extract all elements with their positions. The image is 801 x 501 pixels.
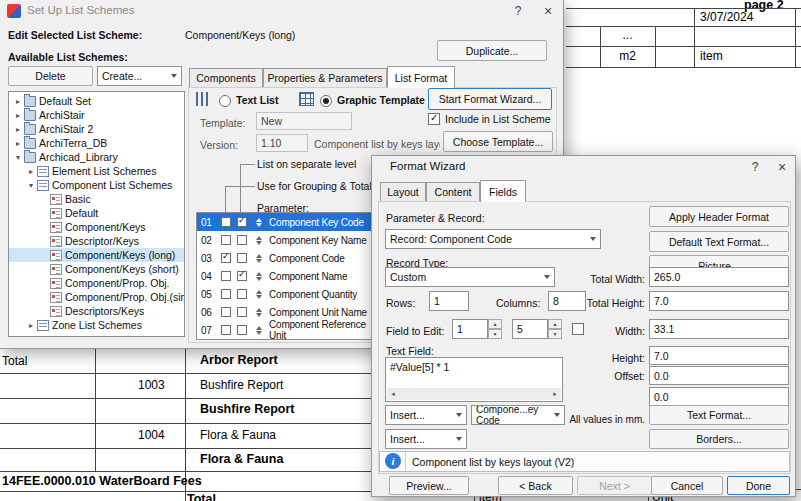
include-in-list-scheme-checkbox[interactable]: [428, 113, 440, 125]
text-format-button[interactable]: Text Format...: [649, 405, 789, 425]
sort-handle-icon[interactable]: [254, 308, 263, 317]
tree-item[interactable]: Basic: [9, 192, 184, 206]
tab-properties-parameters[interactable]: Properties & Parameters: [263, 68, 387, 87]
tree-item[interactable]: ▾Component List Schemes: [9, 178, 184, 192]
start-format-wizard-button[interactable]: Start Format Wizard...: [428, 88, 552, 110]
tab-components[interactable]: Components: [189, 68, 263, 87]
tree-item[interactable]: ▸Zone List Schemes: [9, 318, 184, 332]
expand-icon[interactable]: ▸: [13, 111, 23, 120]
preview-button[interactable]: Preview...: [389, 476, 469, 495]
sort-handle-icon[interactable]: [254, 272, 263, 281]
tree-item[interactable]: ▸Element List Schemes: [9, 164, 184, 178]
parameter-row[interactable]: 07Component Reference Unit: [197, 321, 371, 339]
field-row-spinner[interactable]: ▲▼: [488, 319, 502, 339]
sort-handle-icon[interactable]: [254, 218, 263, 227]
collapse-icon[interactable]: ▾: [13, 153, 23, 162]
grouping-checkbox[interactable]: [221, 307, 231, 317]
total-height-field[interactable]: 7.0: [649, 291, 789, 311]
apply-header-format-button[interactable]: Apply Header Format: [649, 206, 789, 227]
width-checkbox[interactable]: [572, 323, 584, 335]
tree-item[interactable]: Descriptors/Keys: [9, 304, 184, 318]
separate-level-checkbox[interactable]: [237, 289, 247, 299]
text-field-editor[interactable]: #Value[5] * 1 ◂ ▸: [385, 357, 563, 402]
title-bar[interactable]: Set Up List Schemes ? ×: [0, 0, 563, 22]
choose-template-button[interactable]: Choose Template...: [443, 131, 553, 152]
sort-handle-icon[interactable]: [254, 254, 263, 263]
wizard-tab-layout[interactable]: Layout: [380, 182, 426, 201]
horizontal-scrollbar[interactable]: ◂ ▸: [387, 388, 561, 400]
tree-item[interactable]: Default: [9, 206, 184, 220]
grouping-checkbox[interactable]: [221, 217, 231, 227]
tree-item[interactable]: Component/Keys (long): [9, 248, 184, 262]
separate-level-checkbox[interactable]: [237, 217, 247, 227]
tree-item[interactable]: ▸ArchiStair 2: [9, 122, 184, 136]
wizard-tab-fields[interactable]: Fields: [480, 180, 526, 202]
scroll-right-icon[interactable]: ▸: [549, 388, 561, 400]
graphic-template-radio[interactable]: [320, 95, 332, 107]
spin-down-icon[interactable]: ▼: [548, 329, 562, 339]
insert-dropdown[interactable]: Insert...: [385, 405, 467, 425]
rows-field[interactable]: 1: [429, 291, 469, 311]
offset-x-field[interactable]: 0.0: [649, 366, 789, 385]
grouping-checkbox[interactable]: [221, 289, 231, 299]
cancel-button[interactable]: Cancel: [651, 476, 723, 495]
field-row-input[interactable]: 1: [452, 319, 488, 339]
expand-icon[interactable]: ▸: [13, 139, 23, 148]
separate-level-checkbox[interactable]: [237, 271, 247, 281]
grouping-checkbox[interactable]: [221, 271, 231, 281]
separate-level-checkbox[interactable]: [237, 307, 247, 317]
tab-list-format[interactable]: List Format: [387, 66, 455, 88]
tree-item[interactable]: ▾Archicad_Library: [9, 150, 184, 164]
collapse-icon[interactable]: ▾: [26, 181, 36, 190]
expand-icon[interactable]: ▸: [26, 167, 36, 176]
parameter-row[interactable]: 05Component Quantity: [197, 285, 371, 303]
field-column-input[interactable]: 5: [512, 319, 548, 339]
default-text-format-button[interactable]: Default Text Format...: [649, 231, 789, 252]
separate-level-checkbox[interactable]: [237, 253, 247, 263]
wizard-tab-content[interactable]: Content: [426, 182, 480, 201]
wizard-title-bar[interactable]: Format Wizard ? ×: [372, 156, 795, 178]
tree-item[interactable]: Descriptor/Keys: [9, 234, 184, 248]
duplicate-button[interactable]: Duplicate...: [437, 40, 547, 61]
sort-handle-icon[interactable]: [254, 236, 263, 245]
parameter-row[interactable]: 02Component Key Name: [197, 231, 371, 249]
parameter-row[interactable]: 03Component Code: [197, 249, 371, 267]
next-button[interactable]: Next >: [577, 476, 652, 495]
wizard-help-button[interactable]: ?: [741, 156, 769, 178]
parameter-row[interactable]: 04Component Name: [197, 267, 371, 285]
grouping-checkbox[interactable]: [221, 235, 231, 245]
close-button[interactable]: ×: [533, 0, 563, 22]
spin-up-icon[interactable]: ▲: [548, 319, 562, 329]
back-button[interactable]: < Back: [498, 476, 573, 495]
separate-level-checkbox[interactable]: [237, 325, 247, 335]
wizard-close-button[interactable]: ×: [769, 156, 795, 178]
expand-icon[interactable]: ▸: [13, 125, 23, 134]
spin-up-icon[interactable]: ▲: [488, 319, 502, 329]
spin-down-icon[interactable]: ▼: [488, 329, 502, 339]
total-width-field[interactable]: 265.0: [649, 267, 789, 287]
done-button[interactable]: Done: [727, 476, 790, 495]
tree-item[interactable]: Component/Prop. Obj.(simple): [9, 290, 184, 304]
expand-icon[interactable]: ▸: [13, 97, 23, 106]
record-type-dropdown[interactable]: Custom: [385, 267, 555, 287]
scroll-left-icon[interactable]: ◂: [387, 388, 399, 400]
parameter-row[interactable]: 01Component Key Code: [197, 213, 371, 231]
tree-item[interactable]: ▸ArchiTerra_DB: [9, 136, 184, 150]
create-dropdown[interactable]: Create...: [97, 66, 182, 86]
field-column-spinner[interactable]: ▲▼: [548, 319, 562, 339]
tree-item[interactable]: Component/Keys: [9, 220, 184, 234]
sort-handle-icon[interactable]: [254, 290, 263, 299]
text-list-radio[interactable]: [219, 95, 231, 107]
sort-handle-icon[interactable]: [254, 326, 263, 335]
help-button[interactable]: ?: [503, 0, 533, 22]
offset-y-field[interactable]: 0.0: [649, 387, 789, 406]
tree-item[interactable]: Component/Prop. Obj.: [9, 276, 184, 290]
insert-dropdown-2[interactable]: Insert...: [385, 429, 467, 449]
separate-level-checkbox[interactable]: [237, 235, 247, 245]
grouping-checkbox[interactable]: [221, 253, 231, 263]
expand-icon[interactable]: ▸: [26, 321, 36, 330]
width-field[interactable]: 33.1: [649, 319, 789, 339]
record-dropdown[interactable]: Record: Component Code: [385, 229, 601, 249]
borders-button[interactable]: Borders...: [649, 429, 789, 449]
height-field[interactable]: 7.0: [649, 346, 789, 365]
